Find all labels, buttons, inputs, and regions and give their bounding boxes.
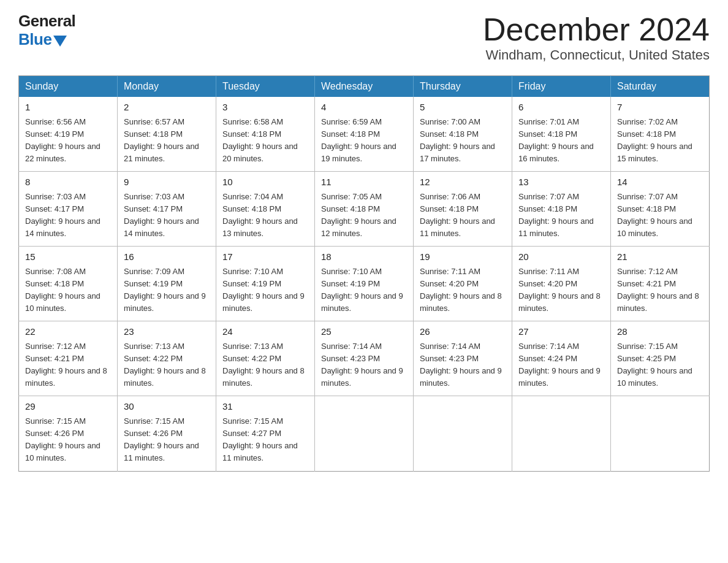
svg-marker-0 (53, 36, 67, 47)
calendar-day-cell: 16Sunrise: 7:09 AMSunset: 4:19 PMDayligh… (118, 247, 216, 321)
day-info: Sunrise: 7:15 AMSunset: 4:25 PMDaylight:… (617, 342, 692, 388)
day-number: 27 (518, 325, 604, 339)
day-number: 16 (124, 250, 210, 264)
day-info: Sunrise: 7:12 AMSunset: 4:21 PMDaylight:… (25, 342, 107, 388)
day-number: 2 (124, 101, 210, 115)
day-number: 24 (222, 325, 308, 339)
day-info: Sunrise: 7:02 AMSunset: 4:18 PMDaylight:… (617, 117, 692, 163)
page-header: General Blue December 2024 Windham, Conn… (18, 12, 710, 63)
day-number: 6 (518, 101, 604, 115)
logo-blue: Blue (18, 31, 51, 49)
calendar-day-cell: 3Sunrise: 6:58 AMSunset: 4:18 PMDaylight… (216, 97, 315, 172)
calendar-day-cell: 8Sunrise: 7:03 AMSunset: 4:17 PMDaylight… (19, 172, 118, 247)
title-block: December 2024 Windham, Connecticut, Unit… (483, 12, 710, 63)
day-info: Sunrise: 7:04 AMSunset: 4:18 PMDaylight:… (222, 192, 298, 238)
calendar-day-cell: 30Sunrise: 7:15 AMSunset: 4:26 PMDayligh… (118, 396, 216, 471)
calendar-day-cell: 20Sunrise: 7:11 AMSunset: 4:20 PMDayligh… (512, 247, 611, 321)
day-number: 3 (222, 101, 308, 115)
day-number: 20 (518, 250, 604, 264)
day-info: Sunrise: 7:14 AMSunset: 4:23 PMDaylight:… (420, 342, 502, 388)
col-header-friday: Friday (512, 76, 611, 98)
day-number: 23 (124, 325, 210, 339)
logo-triangle-icon (53, 36, 67, 47)
calendar-day-cell: 10Sunrise: 7:04 AMSunset: 4:18 PMDayligh… (216, 172, 315, 247)
day-number: 25 (321, 325, 407, 339)
calendar-table: SundayMondayTuesdayWednesdayThursdayFrid… (18, 75, 710, 471)
day-number: 26 (420, 325, 506, 339)
day-info: Sunrise: 7:15 AMSunset: 4:27 PMDaylight:… (222, 416, 298, 462)
day-number: 22 (25, 325, 111, 339)
calendar-day-cell: 28Sunrise: 7:15 AMSunset: 4:25 PMDayligh… (611, 321, 710, 396)
day-number: 21 (617, 250, 703, 264)
calendar-day-cell: 27Sunrise: 7:14 AMSunset: 4:24 PMDayligh… (512, 321, 611, 396)
day-number: 4 (321, 101, 407, 115)
day-info: Sunrise: 7:14 AMSunset: 4:24 PMDaylight:… (518, 342, 601, 388)
calendar-day-cell: 25Sunrise: 7:14 AMSunset: 4:23 PMDayligh… (315, 321, 414, 396)
day-info: Sunrise: 7:11 AMSunset: 4:20 PMDaylight:… (420, 267, 502, 313)
location-subtitle: Windham, Connecticut, United States (483, 47, 710, 63)
calendar-day-cell: 26Sunrise: 7:14 AMSunset: 4:23 PMDayligh… (414, 321, 512, 396)
day-info: Sunrise: 7:10 AMSunset: 4:19 PMDaylight:… (321, 267, 403, 313)
day-number: 10 (222, 175, 308, 190)
day-info: Sunrise: 7:08 AMSunset: 4:18 PMDaylight:… (25, 267, 100, 313)
calendar-day-cell: 22Sunrise: 7:12 AMSunset: 4:21 PMDayligh… (19, 321, 118, 396)
calendar-day-cell: 18Sunrise: 7:10 AMSunset: 4:19 PMDayligh… (315, 247, 414, 321)
calendar-day-cell: 19Sunrise: 7:11 AMSunset: 4:20 PMDayligh… (414, 247, 512, 321)
day-info: Sunrise: 7:01 AMSunset: 4:18 PMDaylight:… (518, 117, 594, 163)
calendar-day-cell: 9Sunrise: 7:03 AMSunset: 4:17 PMDaylight… (118, 172, 216, 247)
calendar-empty-cell (512, 396, 611, 471)
day-info: Sunrise: 7:14 AMSunset: 4:23 PMDaylight:… (321, 342, 403, 388)
calendar-day-cell: 21Sunrise: 7:12 AMSunset: 4:21 PMDayligh… (611, 247, 710, 321)
calendar-day-cell: 23Sunrise: 7:13 AMSunset: 4:22 PMDayligh… (118, 321, 216, 396)
calendar-day-cell: 11Sunrise: 7:05 AMSunset: 4:18 PMDayligh… (315, 172, 414, 247)
col-header-thursday: Thursday (414, 76, 512, 98)
day-number: 15 (25, 250, 111, 264)
calendar-day-cell: 6Sunrise: 7:01 AMSunset: 4:18 PMDaylight… (512, 97, 611, 172)
day-info: Sunrise: 6:58 AMSunset: 4:18 PMDaylight:… (222, 117, 298, 163)
day-info: Sunrise: 7:09 AMSunset: 4:19 PMDaylight:… (124, 267, 206, 313)
day-info: Sunrise: 7:10 AMSunset: 4:19 PMDaylight:… (222, 267, 305, 313)
day-number: 28 (617, 325, 703, 339)
day-info: Sunrise: 7:07 AMSunset: 4:18 PMDaylight:… (518, 192, 594, 238)
calendar-week-row: 22Sunrise: 7:12 AMSunset: 4:21 PMDayligh… (19, 321, 710, 396)
day-number: 7 (617, 101, 703, 115)
calendar-day-cell: 29Sunrise: 7:15 AMSunset: 4:26 PMDayligh… (19, 396, 118, 471)
col-header-wednesday: Wednesday (315, 76, 414, 98)
day-number: 1 (25, 101, 111, 115)
col-header-tuesday: Tuesday (216, 76, 315, 98)
day-number: 18 (321, 250, 407, 264)
col-header-saturday: Saturday (611, 76, 710, 98)
calendar-day-cell: 7Sunrise: 7:02 AMSunset: 4:18 PMDaylight… (611, 97, 710, 172)
day-number: 9 (124, 175, 210, 190)
calendar-day-cell: 14Sunrise: 7:07 AMSunset: 4:18 PMDayligh… (611, 172, 710, 247)
day-info: Sunrise: 6:57 AMSunset: 4:18 PMDaylight:… (124, 117, 199, 163)
day-info: Sunrise: 7:06 AMSunset: 4:18 PMDaylight:… (420, 192, 495, 238)
calendar-week-row: 1Sunrise: 6:56 AMSunset: 4:19 PMDaylight… (19, 97, 710, 172)
calendar-day-cell: 12Sunrise: 7:06 AMSunset: 4:18 PMDayligh… (414, 172, 512, 247)
day-number: 12 (420, 175, 506, 190)
day-info: Sunrise: 7:15 AMSunset: 4:26 PMDaylight:… (25, 416, 100, 462)
day-info: Sunrise: 7:03 AMSunset: 4:17 PMDaylight:… (124, 192, 199, 238)
calendar-day-cell: 1Sunrise: 6:56 AMSunset: 4:19 PMDaylight… (19, 97, 118, 172)
day-number: 8 (25, 175, 111, 190)
logo-general: General (18, 12, 75, 31)
calendar-header-row: SundayMondayTuesdayWednesdayThursdayFrid… (19, 76, 710, 98)
day-number: 13 (518, 175, 604, 190)
day-info: Sunrise: 6:59 AMSunset: 4:18 PMDaylight:… (321, 117, 396, 163)
day-info: Sunrise: 7:00 AMSunset: 4:18 PMDaylight:… (420, 117, 495, 163)
day-info: Sunrise: 7:03 AMSunset: 4:17 PMDaylight:… (25, 192, 100, 238)
day-info: Sunrise: 7:12 AMSunset: 4:21 PMDaylight:… (617, 267, 699, 313)
calendar-day-cell: 31Sunrise: 7:15 AMSunset: 4:27 PMDayligh… (216, 396, 315, 471)
day-number: 14 (617, 175, 703, 190)
day-number: 19 (420, 250, 506, 264)
logo: General Blue (18, 12, 75, 49)
calendar-week-row: 29Sunrise: 7:15 AMSunset: 4:26 PMDayligh… (19, 396, 710, 471)
calendar-day-cell: 13Sunrise: 7:07 AMSunset: 4:18 PMDayligh… (512, 172, 611, 247)
calendar-day-cell: 2Sunrise: 6:57 AMSunset: 4:18 PMDaylight… (118, 97, 216, 172)
col-header-monday: Monday (118, 76, 216, 98)
calendar-day-cell: 17Sunrise: 7:10 AMSunset: 4:19 PMDayligh… (216, 247, 315, 321)
day-number: 29 (25, 400, 111, 414)
col-header-sunday: Sunday (19, 76, 118, 98)
month-year-title: December 2024 (483, 12, 710, 47)
day-info: Sunrise: 7:07 AMSunset: 4:18 PMDaylight:… (617, 192, 692, 238)
